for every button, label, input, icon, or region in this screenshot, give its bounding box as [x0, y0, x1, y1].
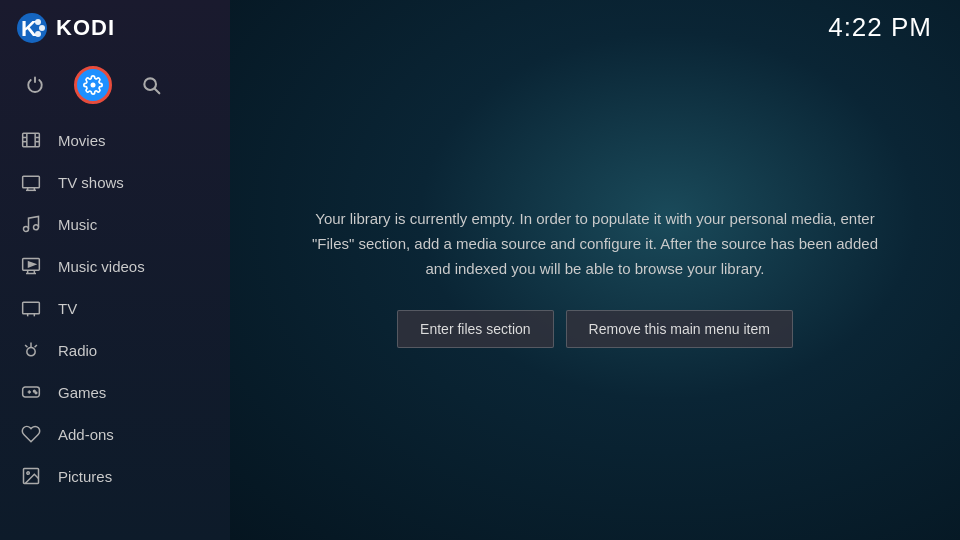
remove-menu-item-button[interactable]: Remove this main menu item: [566, 310, 793, 348]
music-icon: [20, 213, 42, 235]
library-empty-message: Your library is currently empty. In orde…: [310, 207, 880, 281]
tvshows-icon: [20, 171, 42, 193]
clock-display: 4:22 PM: [828, 12, 932, 43]
nav-menu: Movies TV shows Music: [0, 115, 230, 540]
sidebar-item-radio[interactable]: Radio: [0, 329, 230, 371]
addons-icon: [20, 423, 42, 445]
svg-rect-27: [23, 302, 40, 314]
svg-point-6: [91, 83, 96, 88]
pictures-icon: [20, 465, 42, 487]
svg-marker-23: [29, 262, 36, 267]
tvshows-label: TV shows: [58, 174, 124, 191]
content-center: Your library is currently empty. In orde…: [230, 55, 960, 540]
search-button[interactable]: [132, 66, 170, 104]
addons-label: Add-ons: [58, 426, 114, 443]
svg-rect-16: [23, 176, 40, 188]
sidebar-item-music[interactable]: Music: [0, 203, 230, 245]
main-content: 4:22 PM Your library is currently empty.…: [230, 0, 960, 540]
svg-point-35: [35, 392, 37, 394]
kodi-logo-icon: K: [16, 12, 48, 44]
sidebar-item-tv[interactable]: TV: [0, 287, 230, 329]
sidebar-item-addons[interactable]: Add-ons: [0, 413, 230, 455]
sidebar-item-pictures[interactable]: Pictures: [0, 455, 230, 497]
radio-label: Radio: [58, 342, 97, 359]
sidebar-header: K KODI: [0, 0, 230, 55]
sidebar-item-tvshows[interactable]: TV shows: [0, 161, 230, 203]
app-title: KODI: [56, 15, 115, 41]
svg-point-3: [35, 19, 41, 25]
musicvideos-label: Music videos: [58, 258, 145, 275]
sidebar-icon-row: [0, 55, 230, 115]
enter-files-button[interactable]: Enter files section: [397, 310, 554, 348]
sidebar-item-games[interactable]: Games: [0, 371, 230, 413]
games-label: Games: [58, 384, 106, 401]
sidebar-item-musicvideos[interactable]: Music videos: [0, 245, 230, 287]
power-button[interactable]: [16, 66, 54, 104]
svg-point-30: [27, 348, 35, 356]
settings-button[interactable]: [74, 66, 112, 104]
pictures-label: Pictures: [58, 468, 112, 485]
sidebar-item-movies[interactable]: Movies: [0, 119, 230, 161]
svg-text:K: K: [21, 16, 37, 41]
top-bar: 4:22 PM: [230, 0, 960, 55]
svg-rect-9: [23, 133, 40, 146]
svg-point-21: [34, 225, 39, 230]
radio-icon: [20, 339, 42, 361]
movies-label: Movies: [58, 132, 106, 149]
tv-label: TV: [58, 300, 77, 317]
music-label: Music: [58, 216, 97, 233]
sidebar: K KODI: [0, 0, 230, 540]
svg-point-5: [35, 31, 41, 37]
svg-line-8: [155, 89, 160, 94]
svg-point-4: [39, 25, 45, 31]
movies-icon: [20, 129, 42, 151]
musicvideos-icon: [20, 255, 42, 277]
games-icon: [20, 381, 42, 403]
action-buttons-row: Enter files section Remove this main men…: [397, 310, 793, 348]
svg-point-37: [27, 472, 29, 475]
svg-point-20: [24, 227, 29, 232]
tv-icon: [20, 297, 42, 319]
